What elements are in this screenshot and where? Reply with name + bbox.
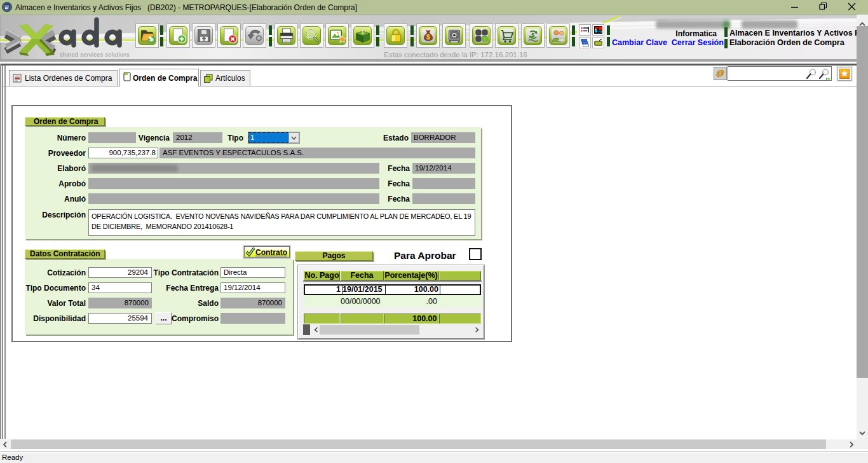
svg-text:$: $: [426, 34, 430, 41]
svg-text:$: $: [531, 32, 534, 38]
